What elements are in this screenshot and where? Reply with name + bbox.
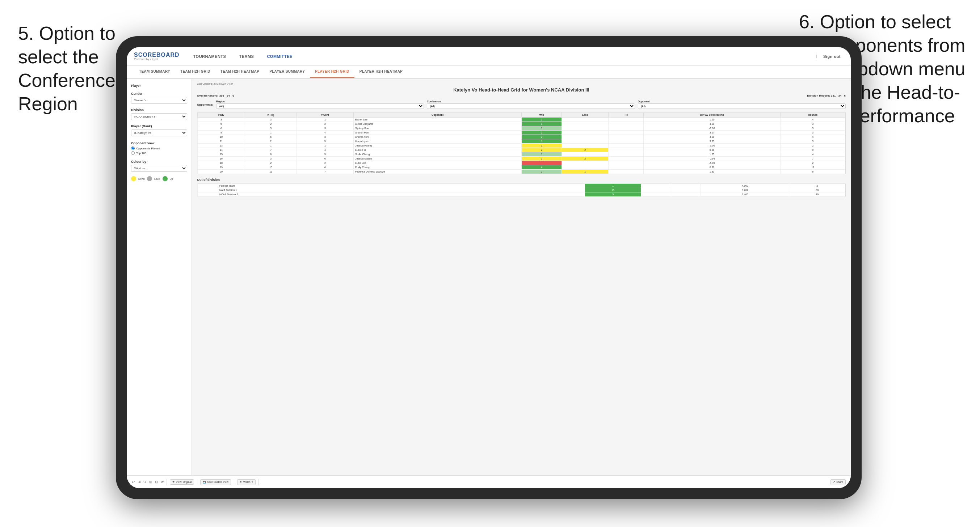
cell-diff: 4.00 <box>644 135 781 139</box>
cell-name: Jessica Huang <box>353 144 521 148</box>
legend-up-circle <box>162 176 168 181</box>
radio-opponents-played[interactable]: Opponents Played <box>131 146 187 150</box>
chevron-down-icon: ▾ <box>251 481 253 484</box>
table-row: 16 3 6 Jessica Mason 1 2 -0.94 7 <box>198 157 845 161</box>
cell-name: Jessica Mason <box>353 157 521 161</box>
cell-tie <box>609 122 644 126</box>
table-row: 11 2 5 Heejo Hyun 1 3.33 3 <box>198 139 845 144</box>
cell-conf: 6 <box>297 165 354 170</box>
division-select[interactable]: NCAA Division III <box>131 113 187 120</box>
division-record-value: 331 - 34 - 6 <box>831 94 846 97</box>
sub-nav-player-h2h-heatmap[interactable]: PLAYER H2H HEATMAP <box>355 66 408 78</box>
sign-out[interactable]: Sign out <box>820 53 843 60</box>
save-custom-view-btn[interactable]: 💾 Save Custom View <box>200 479 231 485</box>
cell-conf: 2 <box>297 122 354 126</box>
cell-conf: 3 <box>297 126 354 130</box>
cell-name: Heejo Hyun <box>353 139 521 144</box>
tablet-screen: SCOREBOARD Powered by clippd TOURNAMENTS… <box>127 47 851 488</box>
toolbar-divider-3 <box>234 479 234 486</box>
cell-win: 1 <box>522 122 562 126</box>
logo-sub: Powered by clippd <box>134 58 180 61</box>
view-original-btn[interactable]: 👁 View: Original <box>170 479 194 485</box>
cell-loss <box>562 152 609 157</box>
nav-committee[interactable]: COMMITTEE <box>264 53 296 60</box>
ood-table-body: Foreign Team 1 4.500 2 NAIA Division 1 1… <box>198 184 845 197</box>
save-icon: 💾 <box>203 481 206 484</box>
cell-rounds: 3 <box>781 126 845 130</box>
sub-nav-player-h2h-grid[interactable]: PLAYER H2H GRID <box>310 66 355 78</box>
colour-legend: Down Level Up <box>131 176 187 181</box>
radio-top-100[interactable]: Top 100 <box>131 151 187 155</box>
table-row: 18 2 2 Euna Lee -5.00 2 <box>198 161 845 165</box>
cell-ood-win: 5 <box>585 192 641 197</box>
cell-win: 1 <box>522 152 562 157</box>
cell-name: Esther Lee <box>353 117 521 122</box>
cell-ood-tie <box>671 188 701 192</box>
main-data-table: # Div # Reg # Conf Opponent Win Loss Tie… <box>197 112 845 174</box>
player-rank-label: Player (Rank) <box>131 124 187 128</box>
opponent-filter-select[interactable]: (All) <box>638 103 846 109</box>
watch-icon: 👁 <box>240 481 242 483</box>
cell-ood-loss <box>641 188 671 192</box>
main-nav: TOURNAMENTS TEAMS COMMITTEE <box>191 53 296 60</box>
gender-select[interactable]: Women's <box>131 97 187 104</box>
toolbar-divider-4 <box>258 479 259 486</box>
cell-diff: 0.30 <box>644 165 781 170</box>
toolbar-divider-2 <box>197 479 197 486</box>
cell-diff: 1.33 <box>644 170 781 174</box>
cell-conf: 7 <box>297 170 354 174</box>
cell-tie <box>609 148 644 152</box>
cell-loss: 2 <box>562 157 609 161</box>
cell-reg: 2 <box>245 122 297 126</box>
table-row: 13 1 1 Jessica Huang 1 -3.00 2 <box>198 144 845 148</box>
cell-ood-loss <box>641 184 671 188</box>
cell-ood-diff: 9.267 <box>701 188 789 192</box>
cell-rounds: 3 <box>781 122 845 126</box>
division-label: Division <box>131 108 187 112</box>
scoreboard-logo: SCOREBOARD Powered by clippd <box>134 52 180 61</box>
cell-win: 1 <box>522 144 562 148</box>
cell-conf: 4 <box>297 148 354 152</box>
sub-nav-team-h2h-grid[interactable]: TEAM H2H GRID <box>175 66 215 78</box>
opponent-view-label: Opponent view <box>131 141 187 145</box>
cell-reg: 2 <box>245 161 297 165</box>
cell-tie <box>609 170 644 174</box>
player-section: Player <box>131 84 187 87</box>
cell-reg: 1 <box>245 130 297 135</box>
cell-name: Sydney Kuo <box>353 126 521 130</box>
watch-btn[interactable]: 👁 Watch ▾ <box>237 479 256 485</box>
cell-ood-name: NAIA Division 1 <box>198 188 585 192</box>
cell-diff: 1.25 <box>644 152 781 157</box>
sub-nav: TEAM SUMMARY TEAM H2H GRID TEAM H2H HEAT… <box>127 66 851 79</box>
share-btn[interactable]: ↗ Share <box>830 479 846 485</box>
gender-label: Gender <box>131 92 187 95</box>
sidebar: Player Gender Women's Division NCAA Divi… <box>127 79 192 475</box>
data-area: Last Updated: 27/03/2024 04:34 Katelyn V… <box>192 79 851 475</box>
cell-rounds: 6 <box>781 170 845 174</box>
out-of-division-table: Foreign Team 1 4.500 2 NAIA Division 1 1… <box>197 183 845 197</box>
cell-name: Federica Domecq Lacroze <box>353 170 521 174</box>
sub-nav-team-h2h-heatmap[interactable]: TEAM H2H HEATMAP <box>215 66 264 78</box>
conference-filter-select[interactable]: (All) <box>427 103 635 109</box>
cell-rounds: 3 <box>781 130 845 135</box>
sub-nav-player-summary[interactable]: PLAYER SUMMARY <box>264 66 310 78</box>
nav-teams[interactable]: TEAMS <box>236 53 257 60</box>
cell-name: Alexis Sudijanto <box>353 122 521 126</box>
player-rank-select[interactable]: 8. Katelyn Vo <box>131 130 187 137</box>
division-section: Division NCAA Division III <box>131 108 187 120</box>
colour-by-select[interactable]: Win/loss <box>131 165 187 172</box>
cell-tie <box>609 139 644 144</box>
nav-tournaments[interactable]: TOURNAMENTS <box>191 53 229 60</box>
sub-nav-team-summary[interactable]: TEAM SUMMARY <box>134 66 175 78</box>
cell-rounds: 4 <box>781 117 845 122</box>
cell-diff: 0.38 <box>644 148 781 152</box>
watch-label: Watch <box>243 481 251 483</box>
table-row: 10 6 3 Andrea York 2 4.00 4 <box>198 135 845 139</box>
cell-ood-diff: 7.400 <box>701 192 789 197</box>
region-filter-select[interactable]: (All) <box>216 103 424 109</box>
cell-ood-rounds: 10 <box>789 192 845 197</box>
table-row: 19 10 6 Emily Chang 4 0.30 11 <box>198 165 845 170</box>
cell-ood-win: 1 <box>585 184 641 188</box>
cell-loss <box>562 130 609 135</box>
cell-win: 2 <box>522 135 562 139</box>
